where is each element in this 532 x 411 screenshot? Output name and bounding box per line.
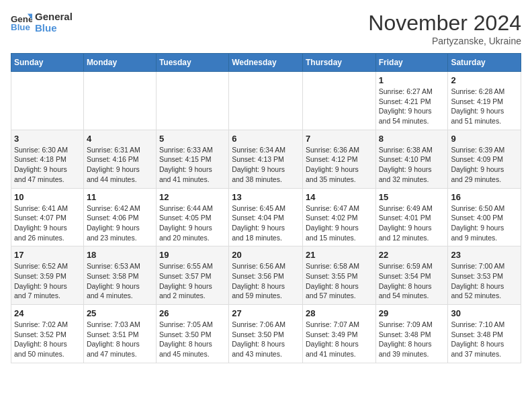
logo: General Blue General Blue [11,11,73,34]
logo-text-blue: Blue [35,22,73,34]
calendar-cell: 21Sunrise: 6:58 AM Sunset: 3:55 PM Dayli… [302,246,375,305]
column-header-sunday: Sunday [11,54,84,72]
calendar-cell [83,72,156,130]
calendar-cell: 1Sunrise: 6:27 AM Sunset: 4:21 PM Daylig… [375,72,448,130]
day-info: Sunrise: 6:36 AM Sunset: 4:12 PM Dayligh… [306,145,373,185]
day-info: Sunrise: 7:03 AM Sunset: 3:51 PM Dayligh… [87,320,153,359]
calendar-cell: 4Sunrise: 6:31 AM Sunset: 4:16 PM Daylig… [83,130,156,188]
day-number: 19 [159,250,226,260]
day-number: 20 [232,250,300,260]
column-header-friday: Friday [375,54,448,72]
day-info: Sunrise: 7:10 AM Sunset: 3:48 PM Dayligh… [451,320,518,359]
calendar-cell: 6Sunrise: 6:34 AM Sunset: 4:13 PM Daylig… [229,130,303,188]
title-section: November 2024 Partyzanske, Ukraine [368,11,521,46]
calendar-table: SundayMondayTuesdayWednesdayThursdayFrid… [11,53,521,363]
day-number: 28 [306,308,373,318]
calendar-cell: 30Sunrise: 7:10 AM Sunset: 3:48 PM Dayli… [448,305,521,363]
calendar-cell: 15Sunrise: 6:49 AM Sunset: 4:01 PM Dayli… [375,188,448,246]
day-number: 3 [14,134,81,144]
day-number: 23 [451,250,518,260]
day-number: 26 [159,308,226,318]
calendar-cell [229,72,303,130]
day-info: Sunrise: 7:06 AM Sunset: 3:50 PM Dayligh… [232,320,300,359]
day-info: Sunrise: 7:00 AM Sunset: 3:53 PM Dayligh… [451,261,518,301]
day-info: Sunrise: 6:41 AM Sunset: 4:07 PM Dayligh… [14,203,81,243]
calendar-cell: 16Sunrise: 6:50 AM Sunset: 4:00 PM Dayli… [448,188,521,246]
day-number: 18 [87,250,153,260]
calendar-week-row: 10Sunrise: 6:41 AM Sunset: 4:07 PM Dayli… [11,188,521,246]
day-number: 11 [87,192,153,202]
day-number: 6 [232,134,300,144]
day-number: 17 [14,250,81,260]
day-info: Sunrise: 6:49 AM Sunset: 4:01 PM Dayligh… [379,203,445,243]
calendar-cell [11,72,84,130]
day-number: 10 [14,192,81,202]
location-subtitle: Partyzanske, Ukraine [368,36,521,46]
day-number: 1 [379,75,445,85]
logo-icon: General Blue [11,11,32,33]
calendar-cell [302,72,375,130]
calendar-week-row: 17Sunrise: 6:52 AM Sunset: 3:59 PM Dayli… [11,246,521,305]
month-title: November 2024 [368,11,521,36]
day-number: 24 [14,308,81,318]
day-info: Sunrise: 6:39 AM Sunset: 4:09 PM Dayligh… [451,145,518,185]
day-info: Sunrise: 6:31 AM Sunset: 4:16 PM Dayligh… [87,145,153,185]
column-header-saturday: Saturday [448,54,521,72]
calendar-cell [156,72,228,130]
day-info: Sunrise: 6:55 AM Sunset: 3:57 PM Dayligh… [159,261,226,301]
day-info: Sunrise: 6:38 AM Sunset: 4:10 PM Dayligh… [379,145,445,185]
day-info: Sunrise: 7:09 AM Sunset: 3:48 PM Dayligh… [379,320,445,359]
day-number: 4 [87,134,153,144]
day-number: 14 [306,192,373,202]
calendar-cell: 5Sunrise: 6:33 AM Sunset: 4:15 PM Daylig… [156,130,228,188]
calendar-cell: 19Sunrise: 6:55 AM Sunset: 3:57 PM Dayli… [156,246,228,305]
day-number: 15 [379,192,445,202]
day-number: 7 [306,134,373,144]
calendar-week-row: 3Sunrise: 6:30 AM Sunset: 4:18 PM Daylig… [11,130,521,188]
day-info: Sunrise: 6:33 AM Sunset: 4:15 PM Dayligh… [159,145,226,185]
day-number: 8 [379,134,445,144]
day-number: 2 [451,75,518,85]
day-info: Sunrise: 6:45 AM Sunset: 4:04 PM Dayligh… [232,203,300,243]
calendar-header-row: SundayMondayTuesdayWednesdayThursdayFrid… [11,54,521,72]
day-number: 16 [451,192,518,202]
calendar-cell: 8Sunrise: 6:38 AM Sunset: 4:10 PM Daylig… [375,130,448,188]
day-info: Sunrise: 6:47 AM Sunset: 4:02 PM Dayligh… [306,203,373,243]
day-number: 27 [232,308,300,318]
day-info: Sunrise: 6:53 AM Sunset: 3:58 PM Dayligh… [87,261,153,301]
day-number: 22 [379,250,445,260]
calendar-cell: 18Sunrise: 6:53 AM Sunset: 3:58 PM Dayli… [83,246,156,305]
calendar-cell: 24Sunrise: 7:02 AM Sunset: 3:52 PM Dayli… [11,305,84,363]
calendar-week-row: 24Sunrise: 7:02 AM Sunset: 3:52 PM Dayli… [11,305,521,363]
calendar-cell: 9Sunrise: 6:39 AM Sunset: 4:09 PM Daylig… [448,130,521,188]
day-info: Sunrise: 6:30 AM Sunset: 4:18 PM Dayligh… [14,145,81,185]
day-info: Sunrise: 6:52 AM Sunset: 3:59 PM Dayligh… [14,261,81,301]
day-info: Sunrise: 7:07 AM Sunset: 3:49 PM Dayligh… [306,320,373,359]
page-header: General Blue General Blue November 2024 … [11,11,521,46]
day-number: 12 [159,192,226,202]
calendar-cell: 26Sunrise: 7:05 AM Sunset: 3:50 PM Dayli… [156,305,228,363]
column-header-monday: Monday [83,54,156,72]
day-number: 5 [159,134,226,144]
day-number: 25 [87,308,153,318]
calendar-cell: 10Sunrise: 6:41 AM Sunset: 4:07 PM Dayli… [11,188,84,246]
calendar-cell: 29Sunrise: 7:09 AM Sunset: 3:48 PM Dayli… [375,305,448,363]
calendar-week-row: 1Sunrise: 6:27 AM Sunset: 4:21 PM Daylig… [11,72,521,130]
day-info: Sunrise: 6:27 AM Sunset: 4:21 PM Dayligh… [379,87,445,126]
day-number: 21 [306,250,373,260]
day-info: Sunrise: 6:44 AM Sunset: 4:05 PM Dayligh… [159,203,226,243]
day-number: 13 [232,192,300,202]
svg-text:Blue: Blue [11,22,30,32]
column-header-thursday: Thursday [302,54,375,72]
day-info: Sunrise: 6:28 AM Sunset: 4:19 PM Dayligh… [451,87,518,126]
day-info: Sunrise: 6:59 AM Sunset: 3:54 PM Dayligh… [379,261,445,301]
day-info: Sunrise: 6:58 AM Sunset: 3:55 PM Dayligh… [306,261,373,301]
calendar-cell: 17Sunrise: 6:52 AM Sunset: 3:59 PM Dayli… [11,246,84,305]
calendar-cell: 7Sunrise: 6:36 AM Sunset: 4:12 PM Daylig… [302,130,375,188]
day-number: 30 [451,308,518,318]
day-info: Sunrise: 7:05 AM Sunset: 3:50 PM Dayligh… [159,320,226,359]
calendar-cell: 2Sunrise: 6:28 AM Sunset: 4:19 PM Daylig… [448,72,521,130]
column-header-tuesday: Tuesday [156,54,228,72]
calendar-cell: 14Sunrise: 6:47 AM Sunset: 4:02 PM Dayli… [302,188,375,246]
calendar-cell: 11Sunrise: 6:42 AM Sunset: 4:06 PM Dayli… [83,188,156,246]
